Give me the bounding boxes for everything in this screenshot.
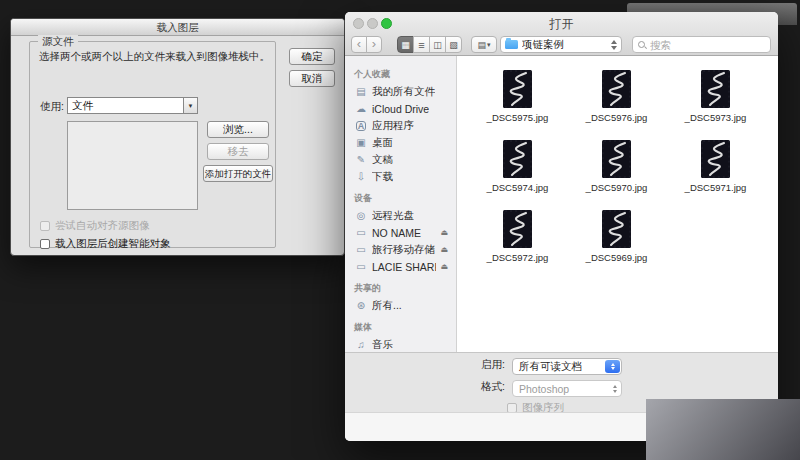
source-files-group: 源文件 选择两个或两个以上的文件来载入到图像堆栈中。 使用: 文件 浏览... …: [29, 41, 276, 248]
sidebar-item-label: 我的所有文件: [372, 85, 435, 99]
sidebar-item-label: 文稿: [372, 153, 393, 167]
icon-view-button[interactable]: [397, 36, 414, 53]
eject-icon[interactable]: [440, 245, 456, 254]
eject-icon[interactable]: [440, 228, 456, 237]
file-item[interactable]: _DSC5973.jpg: [666, 70, 765, 140]
location-dropdown[interactable]: 项链案例: [500, 36, 622, 53]
sidebar-item[interactable]: ▭NO NAME: [354, 224, 456, 241]
coverflow-view-button[interactable]: [445, 36, 462, 53]
chevron-down-icon: [183, 98, 197, 113]
sidebar-item[interactable]: ▭旅行移动存储: [354, 241, 456, 258]
sidebar-item-label: 所有...: [372, 299, 402, 313]
sidebar-item[interactable]: ▭LACIE SHARE: [354, 258, 456, 275]
auto-align-checkbox[interactable]: 尝试自动对齐源图像: [40, 219, 150, 233]
sidebar-section-header: 个人收藏: [354, 68, 456, 81]
checkbox-icon: [40, 221, 50, 231]
file-item[interactable]: _DSC5969.jpg: [567, 210, 666, 280]
file-thumbnail: [701, 70, 730, 108]
file-name: _DSC5969.jpg: [586, 252, 648, 263]
file-item[interactable]: _DSC5972.jpg: [468, 210, 567, 280]
sidebar-item[interactable]: ▤我的所有文件: [354, 83, 456, 100]
file-name: _DSC5972.jpg: [487, 252, 549, 263]
sidebar-item-label: LACIE SHARE: [372, 261, 436, 273]
sidebar-item[interactable]: ⇩下载: [354, 168, 456, 185]
load-layers-dialog: 载入图层 确定 取消 源文件 选择两个或两个以上的文件来载入到图像堆栈中。 使用…: [10, 18, 345, 256]
format-dropdown[interactable]: Photoshop: [512, 380, 622, 397]
remove-button[interactable]: 移去: [207, 143, 269, 160]
sidebar-item[interactable]: A应用程序: [354, 117, 456, 134]
open-dialog: 打开 项链案例: [345, 12, 778, 441]
add-open-files-button[interactable]: 添加打开的文件: [203, 165, 273, 182]
file-name: _DSC5974.jpg: [487, 182, 549, 193]
forward-button[interactable]: [366, 36, 382, 53]
file-thumbnail: [602, 140, 631, 178]
sidebar-item[interactable]: ▣桌面: [354, 134, 456, 151]
file-item[interactable]: _DSC5971.jpg: [666, 140, 765, 210]
enable-dropdown[interactable]: 所有可读文档: [512, 358, 622, 375]
network-icon: ⊛: [354, 300, 368, 311]
back-button[interactable]: [351, 36, 367, 53]
browse-button[interactable]: 浏览...: [207, 121, 269, 138]
folder-icon: [505, 40, 518, 49]
arrange-button[interactable]: [471, 36, 497, 53]
enable-dropdown-value: 所有可读文档: [519, 360, 582, 374]
file-item[interactable]: _DSC5974.jpg: [468, 140, 567, 210]
file-item[interactable]: _DSC5975.jpg: [468, 70, 567, 140]
disc-icon: ◎: [354, 210, 368, 221]
ok-button[interactable]: 确定: [289, 48, 335, 65]
fullscreen-button[interactable]: [381, 18, 392, 29]
sidebar-item[interactable]: ✎文稿: [354, 151, 456, 168]
desktop-icon: ▣: [354, 137, 368, 148]
auto-align-label: 尝试自动对齐源图像: [55, 219, 150, 233]
file-item[interactable]: _DSC5976.jpg: [567, 70, 666, 140]
minimize-button[interactable]: [367, 18, 378, 29]
background-window-fragment-bottom: [646, 399, 800, 460]
drive-icon: ▭: [354, 261, 368, 272]
list-view-button[interactable]: [413, 36, 430, 53]
sidebar-section-header: 共享的: [354, 282, 456, 295]
drive-icon: ▭: [354, 244, 368, 255]
file-thumbnail: [701, 140, 730, 178]
documents-icon: ✎: [354, 154, 368, 165]
search-input[interactable]: [650, 39, 765, 51]
music-icon: ♫: [354, 339, 368, 350]
close-button[interactable]: [353, 18, 364, 29]
enable-label: 启用:: [345, 358, 505, 372]
sidebar-item[interactable]: ♫音乐: [354, 336, 456, 352]
sidebar-item[interactable]: ◎远程光盘: [354, 207, 456, 224]
file-thumbnail: [602, 210, 631, 248]
load-layers-title: 载入图层: [157, 21, 199, 33]
sidebar-section-header: 媒体: [354, 321, 456, 334]
downloads-icon: ⇩: [354, 171, 368, 182]
sidebar-section-header: 设备: [354, 192, 456, 205]
search-field[interactable]: [632, 36, 771, 53]
load-layers-titlebar[interactable]: 载入图层: [11, 19, 344, 36]
column-view-button[interactable]: [429, 36, 446, 53]
search-icon: [638, 41, 646, 49]
cancel-button[interactable]: 取消: [289, 70, 335, 87]
file-item[interactable]: _DSC5970.jpg: [567, 140, 666, 210]
file-name: _DSC5971.jpg: [685, 182, 747, 193]
toolbar: 项链案例: [345, 34, 778, 56]
location-dropdown-value: 项链案例: [522, 38, 611, 52]
format-dropdown-value: Photoshop: [519, 383, 569, 395]
sidebar-item-label: 桌面: [372, 136, 393, 150]
file-name: _DSC5976.jpg: [586, 112, 648, 123]
open-dialog-titlebar[interactable]: 打开 项链案例: [345, 12, 778, 56]
open-dialog-content: 个人收藏▤我的所有文件☁iCloud DriveA应用程序▣桌面✎文稿⇩下载设备…: [345, 56, 778, 352]
file-grid: _DSC5975.jpg_DSC5976.jpg_DSC5973.jpg_DSC…: [458, 56, 778, 352]
all-files-icon: ▤: [354, 86, 368, 97]
sidebar-item-label: iCloud Drive: [372, 103, 429, 115]
eject-icon[interactable]: [440, 262, 456, 271]
source-files-listbox[interactable]: [67, 121, 198, 210]
file-thumbnail: [503, 140, 532, 178]
icloud-icon: ☁: [354, 103, 368, 114]
file-name: _DSC5973.jpg: [685, 112, 747, 123]
source-files-legend: 源文件: [38, 35, 78, 49]
updown-stepper-icon: [613, 381, 617, 396]
sidebar-item[interactable]: ⊛所有...: [354, 297, 456, 314]
sidebar-item[interactable]: ☁iCloud Drive: [354, 100, 456, 117]
use-dropdown[interactable]: 文件: [67, 97, 198, 114]
format-label: 格式:: [345, 380, 505, 394]
smart-object-checkbox[interactable]: 载入图层后创建智能对象: [40, 237, 171, 251]
